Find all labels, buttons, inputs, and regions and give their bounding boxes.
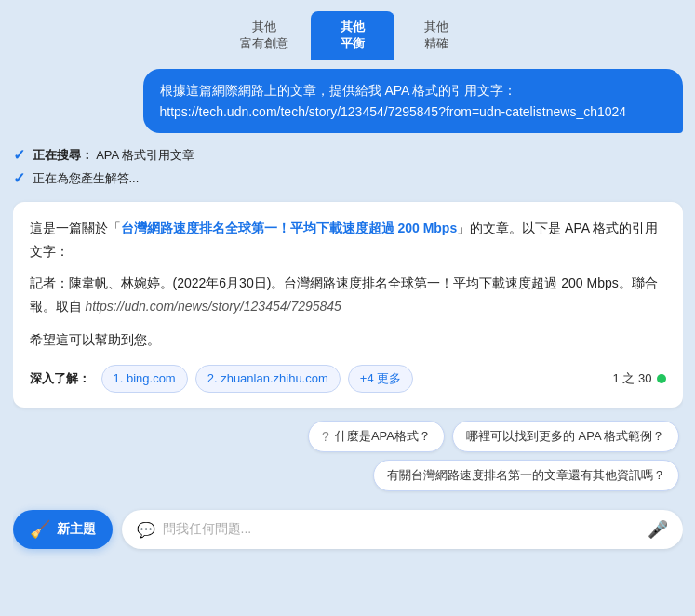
check-icon-1: ✓ [13, 146, 25, 164]
tab-precise[interactable]: 其他精確 [394, 11, 478, 60]
status-line-2: ✓ 正在為您產生解答... [13, 169, 683, 187]
new-topic-button[interactable]: 🧹 新主題 [13, 510, 113, 549]
page-count: 1 之 30 [613, 368, 666, 390]
citation-url: https://udn.com/news/story/123454/729584… [85, 299, 341, 314]
bottom-bar: 🧹 新主題 💬 問我任何問題... 🎤 [13, 501, 683, 562]
source-link-1[interactable]: 1. bing.com [101, 365, 188, 394]
response-intro: 這是一篇關於「台灣網路速度排名全球第一！平均下載速度超過 200 Mbps」的文… [30, 217, 666, 262]
suggestion-chip-1[interactable]: ? 什麼是APA格式？ [308, 421, 445, 452]
response-citation: 記者：陳韋帆、林婉婷。(2022年6月30日)。台灣網路速度排名全球第一！平均下… [30, 272, 666, 317]
suggestion-chip-2[interactable]: 哪裡可以找到更多的 APA 格式範例？ [452, 421, 679, 452]
user-message-text: 根據這篇網際網路上的文章，提供給我 APA 格式的引用文字： https://t… [160, 83, 627, 118]
suggestions-area: ? 什麼是APA格式？ 哪裡可以找到更多的 APA 格式範例？ 有關台灣網路速度… [13, 421, 683, 491]
green-dot-indicator [657, 374, 666, 383]
chat-container: 根據這篇網際網路上的文章，提供給我 APA 格式的引用文字： https://t… [13, 60, 683, 616]
more-sources-button[interactable]: +4 更多 [348, 365, 413, 394]
status-text-2: 正在為您產生解答... [33, 170, 140, 187]
tab-label2: 精確 [424, 35, 448, 52]
suggestion-chip-3[interactable]: 有關台灣網路速度排名第一的文章還有其他資訊嗎？ [373, 460, 679, 491]
broom-icon: 🧹 [30, 519, 50, 540]
tab-creative[interactable]: 其他富有創意 [218, 11, 311, 60]
response-closing: 希望這可以幫助到您。 [30, 328, 666, 352]
user-message-bubble: 根據這篇網際網路上的文章，提供給我 APA 格式的引用文字： https://t… [143, 69, 683, 133]
tab-label2: 富有創意 [240, 35, 288, 52]
deep-dive-label: 深入了解： [30, 368, 90, 390]
deep-dive-row: 深入了解： 1. bing.com 2. zhuanlan.zhihu.com … [30, 365, 666, 394]
status-line-1: ✓ 正在搜尋： APA 格式引用文章 [13, 146, 683, 164]
tab-label2: 平衡 [341, 35, 365, 52]
question-icon: ? [322, 429, 329, 444]
tab-label1: 其他 [252, 19, 276, 35]
tab-label1: 其他 [424, 19, 448, 35]
tab-balanced[interactable]: 其他平衡 [311, 11, 394, 60]
chat-input-placeholder: 問我任何問題... [163, 521, 640, 538]
source-link-2[interactable]: 2. zhuanlan.zhihu.com [195, 365, 341, 394]
chat-input-box[interactable]: 💬 問我任何問題... 🎤 [122, 510, 683, 549]
chat-input-icon: 💬 [137, 521, 155, 539]
microphone-icon[interactable]: 🎤 [648, 519, 668, 540]
tabs-bar: 其他富有創意其他平衡其他精確 [0, 0, 695, 60]
tab-label1: 其他 [341, 19, 365, 35]
status-text-1: 正在搜尋： APA 格式引用文章 [33, 147, 195, 164]
article-title: 台灣網路速度排名全球第一！平均下載速度超過 200 Mbps [121, 221, 458, 235]
check-icon-2: ✓ [13, 169, 25, 187]
response-box: 這是一篇關於「台灣網路速度排名全球第一！平均下載速度超過 200 Mbps」的文… [13, 202, 683, 408]
